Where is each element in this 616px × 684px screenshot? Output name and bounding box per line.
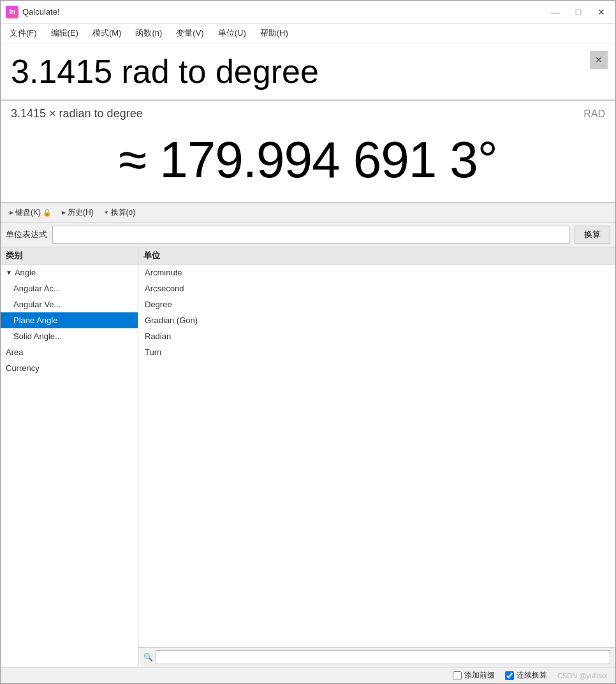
unit-arcminute[interactable]: Arcminute: [138, 265, 615, 280]
search-icon: 🔍: [143, 653, 153, 662]
bottom-panel: ▶ 键盘(K) 🔒 ▶ 历史(H) ▼ 换算(o) 单位表达式 换算 类别 ▼ …: [1, 203, 615, 683]
menu-help[interactable]: 帮助(H): [254, 25, 295, 41]
menu-edit[interactable]: 编辑(E): [45, 25, 85, 41]
result-expression-text: 3.1415 × radian to degree: [11, 107, 143, 120]
titlebar: fn Qalculate! — □ ✕: [1, 1, 615, 24]
maximize-button[interactable]: □: [569, 5, 587, 19]
menu-units[interactable]: 单位(U): [212, 25, 253, 41]
tab-history-label: 历史(H): [68, 207, 94, 218]
unit-turn[interactable]: Turn: [138, 344, 615, 360]
unit-arcminute-label: Arcminute: [145, 268, 182, 277]
unit-expression-input[interactable]: [52, 226, 569, 244]
unit-arcsecond-label: Arcsecond: [145, 284, 184, 293]
unit-expression-label: 单位表达式: [6, 229, 47, 240]
two-panel: 类别 ▼ Angle Angular Ac... Angular Ve... P…: [1, 247, 615, 667]
unit-search-input[interactable]: [156, 650, 610, 664]
menu-variables[interactable]: 变量(V): [170, 25, 210, 41]
unit-degree[interactable]: Degree: [138, 296, 615, 312]
menu-mode[interactable]: 模式(M): [86, 25, 128, 41]
unit-list: Arcminute Arcsecond Degree Gradian (Gon)…: [138, 265, 615, 647]
add-prefix-checkbox[interactable]: [453, 671, 462, 680]
menubar: 文件(F) 编辑(E) 模式(M) 函数(n) 变量(V) 单位(U) 帮助(H…: [1, 24, 615, 43]
result-area: 3.1415 × radian to degree RAD ≈ 179.994 …: [1, 101, 615, 203]
tab-keyboard-label: 键盘(K): [15, 207, 41, 218]
unit-convert-button[interactable]: 换算: [575, 226, 610, 244]
category-list: ▼ Angle Angular Ac... Angular Ve... Plan…: [1, 265, 138, 667]
cat-angular-vel-label: Angular Ve...: [13, 300, 61, 309]
cat-area-label: Area: [6, 347, 23, 357]
menu-functions[interactable]: 函数(n): [129, 25, 168, 41]
unit-gradian-label: Gradian (Gon): [145, 316, 198, 325]
result-mode: RAD: [583, 108, 605, 120]
unit-panel: 单位 Arcminute Arcsecond Degree Gradian (G…: [138, 247, 615, 667]
titlebar-left: fn Qalculate!: [6, 6, 60, 18]
result-expression-row: 3.1415 × radian to degree RAD: [11, 101, 605, 124]
tab-convert-label: 换算(o): [111, 207, 136, 218]
category-panel: 类别 ▼ Angle Angular Ac... Angular Ve... P…: [1, 247, 138, 667]
menu-file[interactable]: 文件(F): [3, 25, 43, 41]
cat-angular-velocity[interactable]: Angular Ve...: [1, 296, 138, 312]
app-icon: fn: [6, 6, 18, 18]
unit-degree-label: Degree: [145, 300, 172, 309]
unit-header: 单位: [138, 247, 615, 265]
input-area: 3.1415 rad to degree ✕: [1, 43, 615, 101]
cat-currency[interactable]: Currency: [1, 360, 138, 376]
cat-angular-acc-label: Angular Ac...: [13, 284, 61, 293]
continuous-label: 连续换算: [517, 670, 547, 681]
continuous-convert-item: 连续换算: [505, 670, 547, 681]
cat-angle[interactable]: ▼ Angle: [1, 265, 138, 280]
clear-button[interactable]: ✕: [590, 51, 608, 69]
lock-icon: 🔒: [43, 208, 52, 217]
unit-radian-label: Radian: [145, 331, 171, 341]
cat-plane-angle[interactable]: Plane Angle: [1, 312, 138, 328]
app-title: Qalculate!: [22, 7, 60, 17]
keyboard-triangle-icon: ▶: [10, 210, 13, 215]
result-value: ≈ 179.994 691 3°: [11, 124, 605, 202]
tab-keyboard[interactable]: ▶ 键盘(K) 🔒: [6, 206, 55, 219]
titlebar-controls: — □ ✕: [546, 5, 610, 19]
unit-gradian[interactable]: Gradian (Gon): [138, 312, 615, 328]
tab-history[interactable]: ▶ 历史(H): [58, 206, 98, 219]
tab-bar: ▶ 键盘(K) 🔒 ▶ 历史(H) ▼ 换算(o): [1, 203, 615, 222]
app-icon-text: fn: [9, 8, 15, 15]
input-expression[interactable]: 3.1415 rad to degree: [11, 52, 605, 91]
add-prefix-item: 添加前缀: [453, 670, 495, 681]
cat-angle-label: Angle: [15, 268, 36, 277]
angle-arrow-icon: ▼: [6, 269, 12, 276]
cat-solid-angle[interactable]: Solid Angle...: [1, 328, 138, 344]
add-prefix-label: 添加前缀: [464, 670, 495, 681]
history-triangle-icon: ▶: [62, 210, 66, 215]
clear-icon: ✕: [595, 55, 603, 65]
unit-turn-label: Turn: [145, 347, 161, 357]
category-header: 类别: [1, 247, 138, 265]
cat-area[interactable]: Area: [1, 344, 138, 360]
close-button[interactable]: ✕: [592, 5, 610, 19]
unit-search-bar: 🔍: [138, 647, 615, 667]
unit-arcsecond[interactable]: Arcsecond: [138, 280, 615, 296]
cat-solid-angle-label: Solid Angle...: [13, 331, 62, 341]
cat-plane-angle-label: Plane Angle: [13, 316, 57, 325]
footer: 添加前缀 连续换算 CSDN @yulinxx: [1, 667, 615, 683]
convert-triangle-icon: ▼: [104, 210, 109, 215]
continuous-convert-checkbox[interactable]: [505, 671, 514, 680]
cat-currency-label: Currency: [6, 363, 40, 373]
watermark: CSDN @yulinxx: [557, 672, 608, 680]
minimize-button[interactable]: —: [546, 5, 564, 19]
cat-angular-acceleration[interactable]: Angular Ac...: [1, 280, 138, 296]
unit-radian[interactable]: Radian: [138, 328, 615, 344]
tab-convert[interactable]: ▼ 换算(o): [100, 206, 140, 219]
unit-bar: 单位表达式 换算: [1, 222, 615, 247]
